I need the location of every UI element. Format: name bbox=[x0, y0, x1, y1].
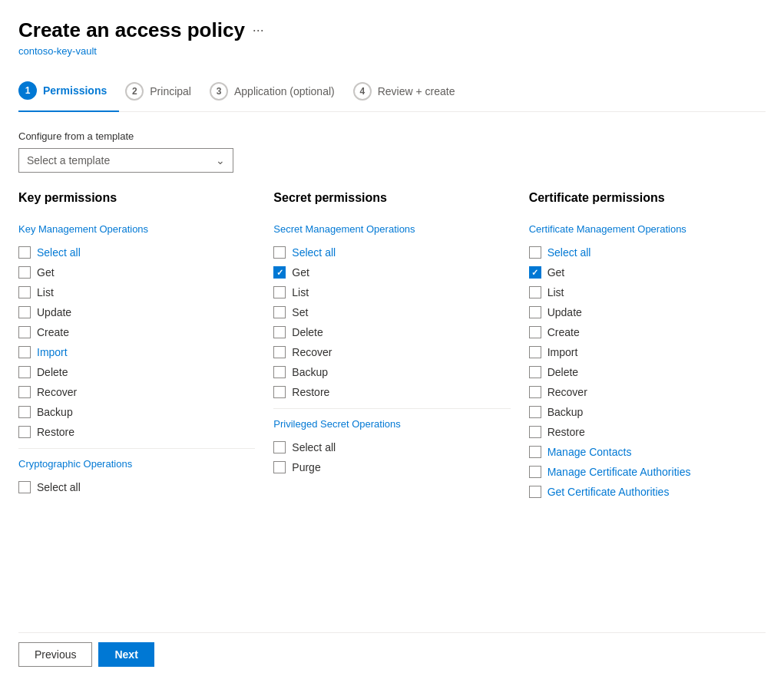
checkbox-key-delete[interactable] bbox=[18, 366, 31, 378]
checkbox-cert-manage-ca[interactable] bbox=[529, 466, 541, 478]
page-menu-icon[interactable]: ··· bbox=[253, 22, 264, 38]
label-cert-recover: Recover bbox=[547, 386, 587, 398]
checkbox-item-cert-recover[interactable]: Recover bbox=[529, 382, 766, 402]
checkbox-secret-set[interactable] bbox=[273, 306, 286, 318]
checkbox-item-secret-set[interactable]: Set bbox=[273, 302, 510, 322]
column-title-key: Key permissions bbox=[18, 191, 255, 211]
checkbox-item-cert-backup[interactable]: Backup bbox=[529, 402, 766, 422]
checkbox-key-recover[interactable] bbox=[18, 386, 31, 398]
checkbox-key-create[interactable] bbox=[18, 326, 31, 338]
checkbox-item-cert-create[interactable]: Create bbox=[529, 322, 766, 342]
checkbox-item-key-list[interactable]: List bbox=[18, 282, 255, 302]
column-title-secret: Secret permissions bbox=[273, 191, 510, 211]
checkbox-item-cert-import[interactable]: Import bbox=[529, 342, 766, 362]
chevron-down-icon: ⌄ bbox=[216, 154, 225, 167]
checkbox-item-cert-list[interactable]: List bbox=[529, 282, 766, 302]
checkbox-item-cert-restore[interactable]: Restore bbox=[529, 422, 766, 442]
checkbox-item-secret-purge[interactable]: Purge bbox=[273, 457, 510, 477]
previous-button[interactable]: Previous bbox=[18, 642, 92, 667]
checkbox-item-cert-get[interactable]: Get bbox=[529, 262, 766, 282]
checkbox-cert-get[interactable] bbox=[529, 266, 541, 279]
section-divider bbox=[273, 408, 510, 409]
checkbox-item-cert-get-ca[interactable]: Get Certificate Authorities bbox=[529, 482, 766, 502]
checkbox-secret-delete[interactable] bbox=[273, 326, 286, 338]
checkbox-secret-recover[interactable] bbox=[273, 346, 286, 358]
checkbox-item-key-update[interactable]: Update bbox=[18, 302, 255, 322]
checkbox-item-cert-select-all[interactable]: Select all bbox=[529, 242, 766, 262]
checkbox-item-secret-restore[interactable]: Restore bbox=[273, 382, 510, 402]
label-cert-import: Import bbox=[547, 346, 578, 358]
label-cert-manage-ca: Manage Certificate Authorities bbox=[547, 466, 691, 478]
checkbox-cert-manage-contacts[interactable] bbox=[529, 446, 541, 458]
checkbox-key-import[interactable] bbox=[18, 346, 31, 358]
checkbox-cert-import[interactable] bbox=[529, 346, 541, 358]
checkbox-key-get[interactable] bbox=[18, 266, 31, 279]
checkbox-cert-select-all[interactable] bbox=[529, 246, 541, 259]
checkbox-item-cert-update[interactable]: Update bbox=[529, 302, 766, 322]
checkbox-item-key-restore[interactable]: Restore bbox=[18, 422, 255, 442]
checkbox-cert-delete[interactable] bbox=[529, 366, 541, 378]
checkbox-cert-restore[interactable] bbox=[529, 426, 541, 438]
step-number-2: 2 bbox=[125, 82, 144, 101]
checkbox-key-list[interactable] bbox=[18, 286, 31, 298]
label-secret-get: Get bbox=[292, 266, 309, 279]
checkbox-cert-get-ca[interactable] bbox=[529, 486, 541, 498]
checkbox-item-key-select-all[interactable]: Select all bbox=[18, 242, 255, 262]
step-label-permissions: Permissions bbox=[43, 84, 107, 97]
next-button[interactable]: Next bbox=[98, 642, 154, 667]
label-key-recover: Recover bbox=[37, 386, 77, 398]
checkbox-item-key-backup[interactable]: Backup bbox=[18, 402, 255, 422]
checkbox-item-secret-get[interactable]: Get bbox=[273, 262, 510, 282]
checkbox-key-crypto-select-all[interactable] bbox=[18, 481, 31, 493]
checkbox-secret-backup[interactable] bbox=[273, 366, 286, 378]
checkbox-item-key-import[interactable]: Import bbox=[18, 342, 255, 362]
page-subtitle[interactable]: contoso-key-vault bbox=[18, 45, 766, 57]
wizard-step-review[interactable]: 4 Review + create bbox=[353, 73, 468, 111]
checkbox-item-secret-select-all[interactable]: Select all bbox=[273, 242, 510, 262]
configure-label: Configure from a template bbox=[18, 130, 766, 142]
page-title: Create an access policy bbox=[18, 18, 245, 42]
template-dropdown[interactable]: Select a template ⌄ bbox=[18, 148, 233, 173]
checkbox-secret-get[interactable] bbox=[273, 266, 286, 279]
subsection-label-secret-0: Secret Management Operations bbox=[273, 223, 510, 235]
checkbox-secret-restore[interactable] bbox=[273, 386, 286, 398]
checkbox-cert-recover[interactable] bbox=[529, 386, 541, 398]
checkbox-item-secret-priv-select-all[interactable]: Select all bbox=[273, 437, 510, 457]
wizard-step-principal[interactable]: 2 Principal bbox=[125, 73, 203, 111]
checkbox-secret-list[interactable] bbox=[273, 286, 286, 298]
checkbox-key-select-all[interactable] bbox=[18, 246, 31, 259]
checkbox-item-secret-backup[interactable]: Backup bbox=[273, 362, 510, 382]
step-label-principal: Principal bbox=[150, 85, 191, 97]
column-certificate: Certificate permissionsCertificate Manag… bbox=[529, 191, 766, 632]
permissions-grid: Key permissionsKey Management Operations… bbox=[18, 191, 766, 632]
checkbox-item-cert-delete[interactable]: Delete bbox=[529, 362, 766, 382]
checkbox-item-key-create[interactable]: Create bbox=[18, 322, 255, 342]
checkbox-cert-create[interactable] bbox=[529, 326, 541, 338]
column-title-certificate: Certificate permissions bbox=[529, 191, 766, 211]
checkbox-cert-update[interactable] bbox=[529, 306, 541, 318]
checkbox-item-cert-manage-ca[interactable]: Manage Certificate Authorities bbox=[529, 462, 766, 482]
checkbox-item-secret-list[interactable]: List bbox=[273, 282, 510, 302]
checkbox-item-cert-manage-contacts[interactable]: Manage Contacts bbox=[529, 442, 766, 462]
label-cert-create: Create bbox=[547, 326, 580, 338]
wizard-step-permissions[interactable]: 1 Permissions bbox=[18, 72, 119, 112]
checkbox-item-secret-recover[interactable]: Recover bbox=[273, 342, 510, 362]
checkbox-secret-purge[interactable] bbox=[273, 461, 286, 473]
checkbox-item-key-delete[interactable]: Delete bbox=[18, 362, 255, 382]
checkbox-cert-list[interactable] bbox=[529, 286, 541, 298]
checkbox-item-secret-delete[interactable]: Delete bbox=[273, 322, 510, 342]
wizard-step-application[interactable]: 3 Application (optional) bbox=[210, 73, 347, 111]
checkbox-item-key-get[interactable]: Get bbox=[18, 262, 255, 282]
checkbox-item-key-recover[interactable]: Recover bbox=[18, 382, 255, 402]
label-cert-delete: Delete bbox=[547, 366, 578, 378]
checkbox-key-restore[interactable] bbox=[18, 426, 31, 438]
step-number-1: 1 bbox=[18, 81, 37, 100]
checkbox-secret-select-all[interactable] bbox=[273, 246, 286, 259]
checkbox-item-key-crypto-select-all[interactable]: Select all bbox=[18, 477, 255, 497]
label-cert-list: List bbox=[547, 286, 564, 298]
checkbox-key-update[interactable] bbox=[18, 306, 31, 318]
label-key-update: Update bbox=[37, 306, 71, 318]
checkbox-key-backup[interactable] bbox=[18, 406, 31, 418]
checkbox-secret-priv-select-all[interactable] bbox=[273, 441, 286, 453]
checkbox-cert-backup[interactable] bbox=[529, 406, 541, 418]
